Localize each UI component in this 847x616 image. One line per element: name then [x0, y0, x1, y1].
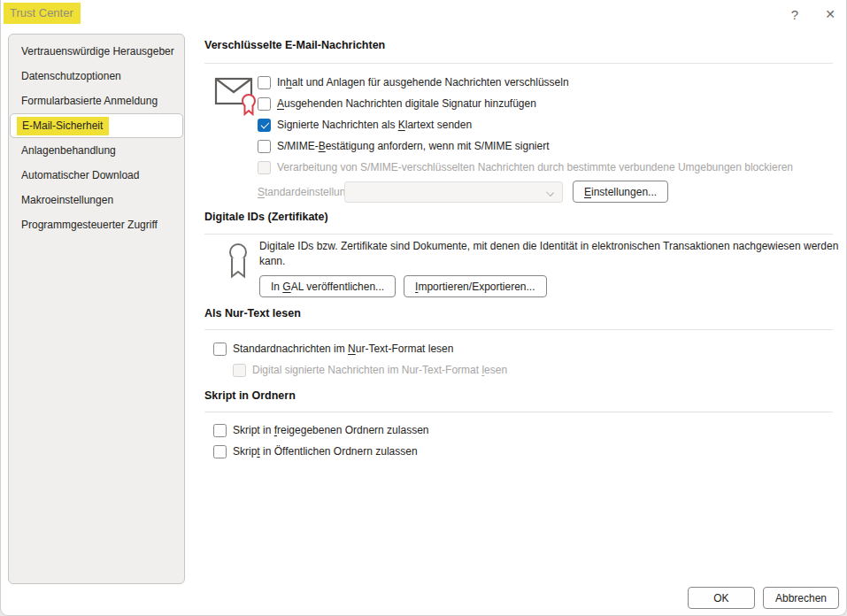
- checkbox-label[interactable]: Ausgehenden Nachrichten digitale Signatu…: [277, 97, 536, 110]
- checkbox-script-shared-folders[interactable]: [213, 424, 227, 437]
- checkbox-smime-receipt[interactable]: [258, 140, 271, 153]
- checkbox-script-public-folders[interactable]: [213, 445, 227, 458]
- main-content: Verschlüsselte E-Mail-Nachrichten Inhalt…: [204, 0, 833, 584]
- sidebar-item-email-sicherheit[interactable]: E-Mail-Sicherheit: [10, 113, 183, 138]
- checkbox-row-script-public-folders: Skript in Öffentlichen Ordnern zulassen: [213, 443, 418, 459]
- section-title-plain-text: Als Nur-Text lesen: [204, 307, 301, 320]
- checkbox-label: Digital signierte Nachrichten im Nur-Tex…: [252, 364, 507, 376]
- checkbox-row-block-smime-environments: Verarbeitung von S/MIME-verschlüsselten …: [258, 159, 793, 175]
- divider: [204, 412, 833, 412]
- checkbox-read-signed-plain-text: [233, 364, 246, 377]
- checkbox-row-encrypt-outgoing: Inhalt und Anlagen für ausgehende Nachri…: [258, 74, 569, 90]
- import-export-button[interactable]: Importieren/Exportieren...: [404, 275, 546, 297]
- default-setting-dropdown: [344, 181, 563, 203]
- checkbox-label[interactable]: Signierte Nachrichten als Klartext sende…: [277, 119, 472, 131]
- checkbox-row-read-plain-text: Standardnachrichten im Nur-Text-Format l…: [213, 341, 453, 357]
- sidebar: Vertrauenswürdige Herausgeber Datenschut…: [8, 34, 185, 584]
- default-setting-row: Standardeinstellung:: [258, 181, 354, 203]
- default-setting-label: Standardeinstellung:: [258, 186, 354, 198]
- checkbox-label[interactable]: S/MIME-Bestätigung anfordern, wenn mit S…: [277, 140, 549, 152]
- sidebar-item-label: Programmgesteuerter Zugriff: [21, 219, 158, 231]
- publish-gal-button[interactable]: In GAL veröffentlichen...: [259, 275, 396, 297]
- checkbox-label[interactable]: Standardnachrichten im Nur-Text-Format l…: [233, 343, 453, 355]
- sidebar-item-label: Formularbasierte Anmeldung: [21, 95, 158, 107]
- section-title-encrypted-email: Verschlüsselte E-Mail-Nachrichten: [204, 39, 385, 51]
- section-title-script-folders: Skript in Ordnern: [204, 389, 296, 402]
- checkbox-label[interactable]: Inhalt und Anlagen für ausgehende Nachri…: [277, 76, 569, 89]
- checkbox-block-smime-environments: [258, 161, 271, 174]
- ok-button[interactable]: OK: [688, 587, 755, 609]
- checkbox-label: Verarbeitung von S/MIME-verschlüsselten …: [277, 161, 793, 173]
- checkbox-row-cleartext-signed: Signierte Nachrichten als Klartext sende…: [258, 117, 472, 133]
- divider: [204, 63, 833, 64]
- certificate-ribbon-icon: [224, 243, 252, 285]
- sidebar-item-anlagenbehandlung[interactable]: Anlagenbehandlung: [9, 138, 184, 163]
- encrypted-envelope-icon: [214, 73, 258, 117]
- sidebar-item-datenschutzoptionen[interactable]: Datenschutzoptionen: [9, 64, 184, 89]
- sidebar-item-automatischer-download[interactable]: Automatischer Download: [9, 163, 184, 188]
- checkbox-read-plain-text[interactable]: [213, 343, 227, 356]
- chevron-down-icon: [546, 189, 554, 196]
- sidebar-item-label: Anlagenbehandlung: [21, 144, 116, 157]
- divider: [204, 329, 833, 330]
- checkbox-row-digital-signature: Ausgehenden Nachrichten digitale Signatu…: [258, 96, 536, 112]
- trust-center-dialog: Trust Center ? ✕ Vertrauenswürdige Herau…: [0, 0, 847, 616]
- dialog-title: Trust Center: [4, 3, 81, 24]
- checkbox-cleartext-signed[interactable]: [258, 119, 271, 132]
- sidebar-item-label: Automatischer Download: [21, 169, 139, 181]
- section-title-digital-ids: Digitale IDs (Zertifikate): [204, 211, 328, 223]
- cancel-button[interactable]: Abbrechen: [763, 587, 839, 609]
- checkbox-digital-signature[interactable]: [258, 97, 271, 111]
- checkbox-row-smime-receipt: S/MIME-Bestätigung anfordern, wenn mit S…: [258, 138, 549, 154]
- sidebar-item-formularbasierte-anmeldung[interactable]: Formularbasierte Anmeldung: [9, 89, 184, 113]
- checkbox-row-read-signed-plain-text: Digital signierte Nachrichten im Nur-Tex…: [233, 362, 507, 378]
- sidebar-item-label: Makroeinstellungen: [21, 194, 113, 206]
- divider: [204, 234, 833, 235]
- checkbox-encrypt-outgoing[interactable]: [258, 76, 271, 89]
- sidebar-item-vertrauenswuerdige-herausgeber[interactable]: Vertrauenswürdige Herausgeber: [9, 39, 184, 64]
- sidebar-item-label: Datenschutzoptionen: [21, 70, 121, 82]
- digital-ids-description: Digitale IDs bzw. Zertifikate sind Dokum…: [259, 239, 845, 269]
- sidebar-item-programmgesteuerter-zugriff[interactable]: Programmgesteuerter Zugriff: [9, 212, 184, 237]
- sidebar-item-label: E-Mail-Sicherheit: [17, 117, 109, 135]
- checkbox-label[interactable]: Skript in freigegebenen Ordnern zulassen: [233, 424, 428, 436]
- checkbox-label[interactable]: Skript in Öffentlichen Ordnern zulassen: [233, 445, 418, 458]
- digital-ids-buttons: In GAL veröffentlichen... Importieren/Ex…: [259, 275, 547, 297]
- dialog-footer: OK Abbrechen: [688, 587, 839, 609]
- sidebar-item-makroeinstellungen[interactable]: Makroeinstellungen: [9, 188, 184, 212]
- checkbox-row-script-shared-folders: Skript in freigegebenen Ordnern zulassen: [213, 422, 428, 438]
- sidebar-item-label: Vertrauenswürdige Herausgeber: [21, 45, 174, 58]
- settings-button[interactable]: Einstellungen...: [573, 181, 668, 203]
